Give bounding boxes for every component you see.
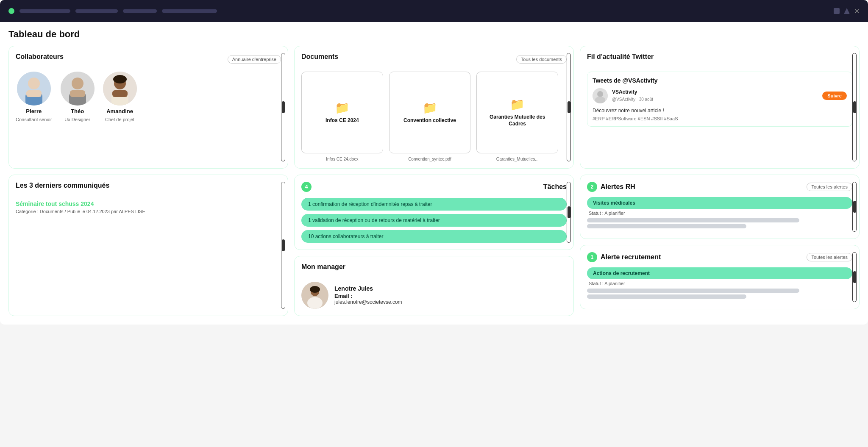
alertes-rh-title: Alertes RH: [601, 183, 635, 191]
alerte-recrutement-item-bar[interactable]: Actions de recrutement: [587, 267, 852, 279]
titlebar-controls: ✕: [834, 7, 860, 15]
titlebar-dot: [8, 8, 14, 14]
svg-point-15: [595, 97, 605, 103]
annuaire-link[interactable]: Annuaire d'entreprise: [228, 55, 281, 64]
alertes-rh-scrollbar[interactable]: [852, 182, 857, 232]
middle-bottom-column: 4 Tâches 1 confirmation de réception d'i…: [294, 175, 574, 316]
manager-row: Lenotre Jules Email : jules.lenotre@soci…: [301, 282, 567, 309]
page: Tableau de bord Collaborateurs Annuaire …: [0, 22, 868, 325]
twitter-title: Fil d'actualité Twitter: [587, 53, 654, 61]
scrollbar-thumb-docs: [568, 101, 570, 113]
task-item-0[interactable]: 1 confirmation de réception d'indemnités…: [301, 198, 567, 211]
alerte-recrutement-header: 1 Alerte recrutement Toutes les alertes: [587, 252, 852, 262]
manager-header: Mon manager: [301, 263, 567, 276]
doc-folder-2: 📁 Garanties Mutuelle des Cadres: [476, 72, 558, 153]
alertes-rh-badge: 2: [587, 182, 597, 192]
svg-rect-11: [112, 90, 128, 97]
tweet-title: Tweets de @VSActivity: [593, 77, 847, 84]
twitter-card: Fil d'actualité Twitter Tweets de @VSAct…: [580, 46, 860, 169]
toutes-alertes-rh-link[interactable]: Toutes les alertes: [807, 183, 852, 191]
collab-role-theo: Ux Designer: [64, 117, 90, 122]
alerte-recrutement-status: Statut : A planifier: [587, 281, 852, 286]
collaborateurs-title: Collaborateurs: [16, 53, 64, 61]
titlebar-triangle-icon[interactable]: [844, 8, 850, 14]
tweet-section: Tweets de @VSActivity VSActivity @VSActi…: [587, 72, 852, 127]
taches-scrollbar[interactable]: [567, 182, 571, 243]
documents-card: Documents Tous les documents 📁 Infos CE …: [294, 46, 574, 169]
communique-item-title[interactable]: Séminaire tout schuss 2024: [16, 200, 281, 207]
manager-avatar: [301, 282, 328, 309]
svg-point-14: [597, 91, 603, 97]
collaborator-amandine[interactable]: Amandine Chef de projet: [103, 72, 137, 122]
doc-label-2: Garanties Mutuelle des Cadres: [482, 114, 553, 127]
avatar-pierre: [17, 72, 51, 106]
documents-scrollbar[interactable]: [567, 53, 571, 161]
suivre-button[interactable]: Suivre: [822, 92, 847, 100]
collab-name-theo: Théo: [71, 108, 84, 114]
collab-role-pierre: Consultant senior: [16, 117, 52, 122]
document-item-1[interactable]: 📁 Convention collective Convention_synte…: [389, 72, 471, 161]
doc-filename-2: Garanties_Mutuelles...: [496, 157, 539, 161]
communiques-header: Les 3 derniers communiqués: [16, 182, 281, 194]
manager-info: Lenotre Jules Email : jules.lenotre@soci…: [334, 285, 402, 305]
taches-list: 1 confirmation de réception d'indemnités…: [301, 198, 567, 243]
svg-point-18: [307, 297, 323, 309]
collaborators-grid: Pierre Consultant senior Théo Ux De: [16, 72, 281, 122]
scrollbar-thumb: [282, 101, 285, 113]
alerte-recrutement-placeholder-1: [587, 289, 799, 293]
alertes-rh-placeholder-2: [587, 224, 746, 228]
alerte-recrutement-scrollbar[interactable]: [852, 252, 857, 302]
task-item-2[interactable]: 10 actions collaborateurs à traiter: [301, 230, 567, 243]
doc-filename-1: Convention_syntec.pdf: [408, 157, 451, 161]
tweet-handle: @VSActivity: [612, 97, 635, 102]
taches-title: Tâches: [543, 183, 567, 191]
alerte-recrutement-item: Actions de recrutement Statut : A planif…: [587, 267, 852, 299]
doc-folder-0: 📁 Infos CE 2024: [301, 72, 383, 153]
collaborator-theo[interactable]: Théo Ux Designer: [61, 72, 95, 122]
tweet-user-info: VSActivity @VSActivity 30 août: [612, 89, 653, 103]
folder-icon-2: 📁: [510, 97, 525, 111]
alerte-recrutement-title: Alerte recrutement: [601, 253, 661, 261]
documents-grid: 📁 Infos CE 2024 Infos CE 24.docx 📁 Conve…: [301, 72, 567, 161]
task-item-1[interactable]: 1 validation de réception ou de retours …: [301, 214, 567, 227]
document-item-2[interactable]: 📁 Garanties Mutuelle des Cadres Garantie…: [476, 72, 558, 161]
alertes-rh-item-bar[interactable]: Visites médicales: [587, 197, 852, 209]
doc-label-0: Infos CE 2024: [326, 117, 359, 124]
alertes-rh-item: Visites médicales Statut : A planifier: [587, 197, 852, 228]
communiques-card: Les 3 derniers communiqués Séminaire tou…: [8, 175, 288, 316]
titlebar-close-icon[interactable]: ✕: [854, 7, 860, 15]
document-item-0[interactable]: 📁 Infos CE 2024 Infos CE 24.docx: [301, 72, 383, 161]
folder-icon-0: 📁: [335, 101, 350, 115]
scrollbar-thumb-comm: [282, 239, 285, 251]
page-title: Tableau de bord: [8, 29, 860, 40]
manager-name: Lenotre Jules: [334, 285, 402, 292]
taches-badge: 4: [301, 182, 312, 192]
scrollbar-thumb-taches: [568, 206, 570, 218]
collab-name-pierre: Pierre: [26, 108, 42, 114]
manager-title: Mon manager: [301, 263, 345, 271]
titlebar-bar-2: [75, 9, 118, 13]
titlebar-square-icon[interactable]: [834, 8, 840, 14]
tous-documents-link[interactable]: Tous les documents: [516, 55, 567, 64]
titlebar: ✕: [0, 0, 868, 22]
tweet-hashtags: #ERP #ERPSoftware #ESN #SSII #SaaS: [593, 116, 847, 121]
tweet-username: VSActivity: [612, 89, 653, 95]
twitter-scrollbar[interactable]: [852, 53, 857, 161]
alerte-recrutement-placeholder-2: [587, 294, 746, 299]
tweet-content: Découvrez notre nouvel article !: [593, 107, 847, 114]
communiques-scrollbar[interactable]: [281, 182, 285, 309]
scrollbar-thumb-alerte-recrutement: [853, 271, 856, 283]
collaborator-pierre[interactable]: Pierre Consultant senior: [16, 72, 52, 122]
collaborateurs-scrollbar[interactable]: [281, 53, 285, 161]
alertes-rh-placeholder-1: [587, 218, 799, 222]
twitter-header: Fil d'actualité Twitter: [587, 53, 852, 66]
documents-title: Documents: [301, 53, 338, 61]
doc-label-1: Convention collective: [403, 117, 456, 124]
toutes-alertes-recrutement-link[interactable]: Toutes les alertes: [807, 253, 852, 261]
communique-meta: Catégorie : Documents / Publié le 04.12.…: [16, 209, 281, 214]
collaborateurs-card: Collaborateurs Annuaire d'entreprise Pie…: [8, 46, 288, 169]
alertes-rh-status: Statut : A planifier: [587, 211, 852, 216]
svg-rect-3: [26, 90, 42, 97]
alertes-rh-header: 2 Alertes RH Toutes les alertes: [587, 182, 852, 192]
avatar-theo: [61, 72, 95, 106]
